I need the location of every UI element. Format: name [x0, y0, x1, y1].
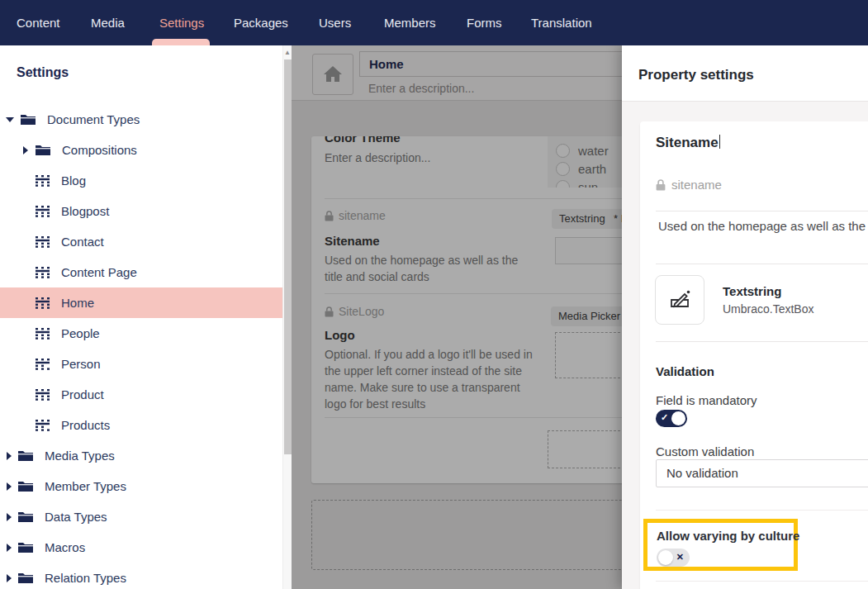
text-cursor — [719, 135, 720, 149]
property-name-text: Sitename — [656, 135, 719, 150]
mandatory-toggle[interactable]: ✓ — [656, 410, 687, 427]
nav-tab-forms[interactable]: Forms — [467, 0, 502, 45]
sidebar-item-member-types[interactable]: Member Types — [0, 471, 282, 501]
sidebar-item-label: Blogpost — [61, 204, 109, 218]
sidebar-item-label: Data Types — [45, 510, 107, 524]
scroll-up-arrow-icon[interactable]: ▲ — [283, 48, 292, 58]
sidebar-item-label: Home — [61, 296, 94, 310]
highlight-box: Allow varying by culture ✕ — [643, 519, 798, 571]
custom-validation-label: Custom validation — [656, 444, 754, 458]
validation-heading: Validation — [656, 364, 714, 378]
x-icon: ✕ — [676, 552, 684, 563]
document-type-icon — [36, 389, 50, 401]
document-type-icon — [36, 206, 50, 217]
sidebar-item-blogpost[interactable]: Blogpost — [0, 196, 282, 226]
settings-tree-sidebar: Settings Document Types Compositions Blo… — [0, 45, 282, 589]
toggle-knob — [671, 411, 685, 425]
sidebar-scrollbar[interactable]: ▲ — [282, 45, 292, 589]
active-tab-indicator — [152, 39, 210, 45]
sidebar-item-product[interactable]: Product — [0, 379, 282, 410]
document-type-icon — [36, 328, 50, 340]
property-settings-card: Sitename sitename Used on the homepage a… — [640, 121, 868, 589]
document-type-icon — [36, 297, 50, 309]
document-type-icon — [36, 236, 50, 248]
sidebar-item-label: Relation Types — [45, 571, 126, 585]
document-type-icon — [36, 267, 50, 278]
sidebar-item-label: Blog — [61, 173, 86, 188]
sidebar-item-label: Media Types — [45, 449, 115, 463]
custom-validation-select[interactable]: No validation — [656, 459, 868, 487]
folder-icon — [20, 113, 36, 126]
sidebar-item-content-page[interactable]: Content Page — [0, 257, 282, 287]
folder-icon — [35, 144, 51, 156]
alias-text: sitename — [671, 178, 722, 192]
chevron-right-icon[interactable] — [7, 544, 12, 552]
editor-alias: Umbraco.TextBox — [723, 302, 813, 316]
textbox-editor-icon — [668, 289, 691, 311]
sidebar-item-label: Person — [61, 357, 101, 371]
divider — [656, 211, 868, 211]
sidebar-item-label: Products — [61, 418, 110, 432]
nav-tab-packages[interactable]: Packages — [234, 0, 288, 45]
panel-title: Property settings — [638, 67, 754, 83]
sidebar-item-relation-types[interactable]: Relation Types — [0, 563, 282, 589]
property-settings-panel: Property settings Sitename sitename Used… — [622, 45, 868, 589]
sidebar-item-blog[interactable]: Blog — [0, 165, 282, 196]
folder-icon — [17, 480, 34, 492]
vary-by-culture-toggle[interactable]: ✕ — [657, 549, 690, 567]
nav-tab-members[interactable]: Members — [384, 0, 436, 45]
folder-icon — [17, 511, 34, 523]
chevron-right-icon[interactable] — [7, 574, 12, 582]
sidebar-item-person[interactable]: Person — [0, 349, 282, 379]
scrollbar-thumb[interactable] — [284, 59, 292, 454]
sidebar-title: Settings — [17, 65, 69, 80]
chevron-right-icon[interactable] — [7, 452, 12, 460]
sidebar-item-label: Product — [61, 387, 104, 401]
chevron-right-icon[interactable] — [7, 513, 12, 521]
chevron-right-icon[interactable] — [7, 482, 12, 491]
sidebar-item-label: Compositions — [62, 143, 137, 157]
sidebar-item-products[interactable]: Products — [0, 410, 282, 440]
document-type-icon — [36, 420, 50, 431]
document-type-icon — [36, 175, 50, 187]
tree: Document Types Compositions Blog Blogpos… — [0, 104, 282, 589]
sidebar-item-document-types[interactable]: Document Types — [0, 104, 282, 135]
nav-tab-translation[interactable]: Translation — [531, 0, 592, 45]
property-description-textarea[interactable]: Used on the homepage as well as the t — [658, 219, 868, 233]
property-alias-input[interactable]: sitename — [656, 178, 722, 192]
sidebar-item-compositions[interactable]: Compositions — [0, 135, 282, 165]
sidebar-item-label: Member Types — [45, 479, 126, 493]
sidebar-item-media-types[interactable]: Media Types — [0, 440, 282, 471]
lock-icon — [656, 179, 666, 191]
sidebar-item-people[interactable]: People — [0, 318, 282, 349]
sidebar-item-label: Content Page — [61, 265, 137, 279]
folder-icon — [17, 572, 34, 584]
top-nav: Content Media Settings Packages Users Me… — [0, 0, 868, 45]
nav-tab-media[interactable]: Media — [91, 0, 125, 45]
divider — [656, 341, 868, 342]
mandatory-label: Field is mandatory — [656, 393, 757, 407]
chevron-right-icon[interactable] — [23, 146, 28, 154]
property-name-input[interactable]: Sitename — [656, 135, 720, 151]
sidebar-item-label: Document Types — [47, 112, 140, 126]
panel-body: Sitename sitename Used on the homepage a… — [622, 102, 868, 589]
panel-header: Property settings — [622, 45, 868, 102]
sidebar-item-data-types[interactable]: Data Types — [0, 501, 282, 532]
nav-tab-users[interactable]: Users — [319, 0, 351, 45]
sidebar-item-contact[interactable]: Contact — [0, 226, 282, 257]
folder-icon — [17, 541, 34, 553]
divider — [656, 264, 868, 264]
vary-by-culture-label: Allow varying by culture — [657, 529, 799, 543]
folder-icon — [17, 449, 34, 462]
toggle-knob — [658, 550, 673, 565]
nav-tab-content[interactable]: Content — [17, 0, 60, 45]
document-type-icon — [36, 359, 50, 370]
editor-picker-button[interactable] — [655, 275, 704, 325]
chevron-down-icon[interactable] — [6, 117, 14, 122]
check-icon: ✓ — [661, 412, 668, 423]
sidebar-item-home[interactable]: Home — [0, 287, 282, 318]
divider — [656, 510, 868, 511]
sidebar-item-label: Contact — [61, 235, 104, 249]
sidebar-item-label: People — [61, 326, 100, 340]
sidebar-item-macros[interactable]: Macros — [0, 532, 282, 563]
